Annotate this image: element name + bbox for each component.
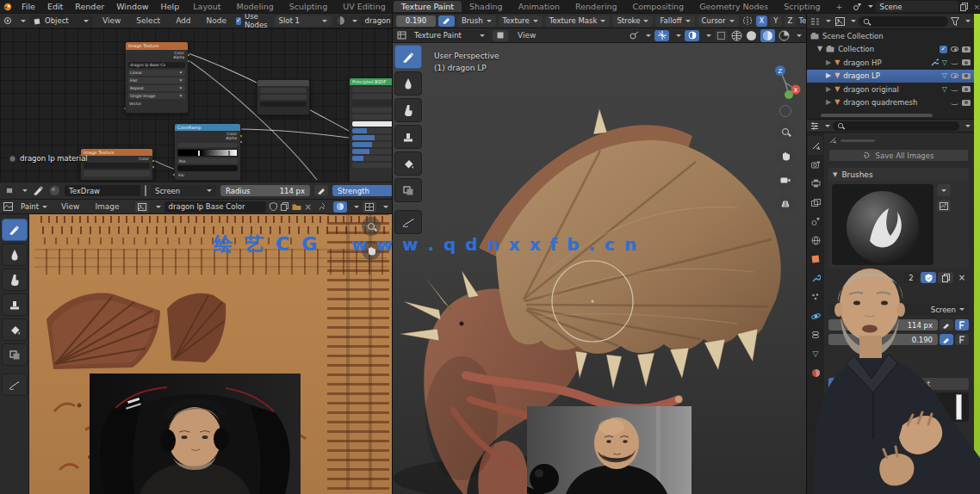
shader-node-canvas[interactable]: Image Texture Color Alpha dragon lp Base… [0, 28, 392, 182]
tab-render[interactable] [808, 155, 823, 174]
eye-closed-icon[interactable] [951, 87, 958, 91]
tab-shading[interactable]: Shading [462, 1, 511, 12]
tool-fill-button[interactable] [394, 151, 422, 176]
camera-visibility-icon[interactable] [962, 73, 971, 79]
pressure-toggle-icon[interactable] [955, 334, 969, 345]
tab-output[interactable] [808, 174, 823, 193]
unlink-icon[interactable]: × [305, 202, 312, 212]
symmetry-z-button[interactable]: Z [785, 15, 797, 27]
camera-visibility-icon[interactable] [962, 100, 971, 106]
tab-material[interactable] [808, 363, 823, 382]
outliner-hscrollbar[interactable] [821, 114, 933, 117]
zoom-gizmo[interactable] [362, 217, 381, 236]
tool-soften-button[interactable] [2, 244, 28, 266]
shading-solid-icon[interactable] [746, 30, 757, 41]
filter-funnel-icon[interactable] [951, 17, 959, 26]
shader-menu-select[interactable]: Select [130, 16, 166, 25]
eye-icon[interactable] [951, 46, 958, 52]
menu-render[interactable]: Render [69, 2, 110, 11]
tool-clone-button[interactable] [394, 125, 422, 149]
eye-closed-icon[interactable] [951, 60, 958, 65]
xray-icon[interactable] [715, 30, 728, 41]
brush-preview[interactable] [832, 184, 933, 265]
brush-strength-slider[interactable]: 0.190 [828, 334, 938, 345]
pin-icon[interactable] [319, 202, 326, 211]
radius-slider[interactable]: Radius114 px [220, 185, 310, 196]
color-mode-button[interactable] [828, 378, 858, 390]
node-interpolation[interactable]: Linear [128, 70, 185, 76]
tool-smear-button[interactable] [2, 269, 28, 291]
node-source[interactable]: Single Image [128, 93, 185, 99]
node-image-name[interactable]: dragon lp Base Co [128, 62, 185, 68]
tab-animation[interactable]: Animation [511, 1, 568, 12]
brush-preview-sphere-icon[interactable] [49, 185, 60, 196]
symmetry-y-button[interactable]: Y [770, 15, 781, 27]
falloff-panel-dropdown[interactable]: Falloff [655, 15, 694, 27]
cursor-panel-dropdown[interactable]: Cursor [698, 15, 739, 27]
shader-menu-view[interactable]: View [96, 16, 127, 25]
outliner-row-dragon-original[interactable]: ▶ ▼ dragon original ▽ [807, 83, 974, 96]
display-channels-icon[interactable] [363, 201, 376, 213]
tool-draw-button[interactable] [394, 45, 422, 69]
tool-smear-button[interactable] [394, 98, 422, 122]
tab-rendering[interactable]: Rendering [568, 1, 625, 12]
tool-soften-button[interactable] [394, 71, 422, 96]
scene-icon[interactable] [851, 3, 865, 10]
brush-toggle-icon[interactable] [438, 15, 455, 27]
menu-file[interactable]: File [16, 2, 41, 11]
editor-type-icon[interactable] [3, 202, 13, 211]
collection-checkbox[interactable]: ✓ [940, 46, 947, 53]
brush-panel-dropdown[interactable]: Brush [457, 15, 496, 27]
eye-closed-icon[interactable] [951, 101, 958, 105]
active-tool-icon[interactable] [629, 31, 639, 40]
brush-blend-dropdown[interactable]: Screen [828, 304, 969, 315]
outliner-row-dragon-lp[interactable]: ▶ ▼ dragon LP ▽ [807, 70, 974, 83]
colorramp-gradient[interactable] [177, 149, 238, 157]
brush-icon[interactable] [32, 185, 45, 196]
image-menu-image[interactable]: Image [89, 202, 125, 211]
shading-material-icon[interactable] [760, 29, 775, 42]
material-name-field[interactable]: dragon lp material [361, 15, 392, 27]
brush-name-field[interactable]: TexDraw [65, 185, 140, 196]
editor-type-icon[interactable] [3, 16, 14, 25]
pressure-toggle-icon[interactable] [314, 185, 328, 196]
outliner-row-dragon-hp[interactable]: ▶ ▼ dragon HP ▽ [807, 56, 974, 70]
zoom-gizmo[interactable] [776, 122, 795, 141]
tab-modifiers[interactable] [808, 269, 823, 287]
orbit-gizmo[interactable] [779, 105, 791, 117]
tab-object[interactable] [808, 250, 823, 269]
tool-annotate-button[interactable] [2, 374, 28, 396]
shading-wireframe-icon[interactable] [731, 30, 742, 41]
fake-user-shield-icon[interactable] [921, 272, 936, 283]
pressure-toggle-icon[interactable] [955, 319, 969, 330]
camera-view-gizmo[interactable] [776, 170, 795, 189]
viewport-menu-view[interactable]: View [512, 31, 542, 40]
node-small[interactable] [257, 79, 310, 115]
outliner-display-mode-icon[interactable] [810, 17, 820, 26]
node-extension[interactable]: Repeat [128, 85, 185, 91]
tool-clone-button[interactable] [2, 293, 28, 316]
outliner-filter-icon[interactable] [835, 17, 845, 26]
shader-menu-node[interactable]: Node [201, 16, 233, 25]
tool-annotate-button[interactable] [394, 210, 422, 234]
brushes-panel-header[interactable]: ▼ Brushes [828, 168, 969, 181]
brush-radius-slider[interactable]: 114 px [828, 319, 938, 330]
tab-view-layer[interactable] [808, 193, 823, 212]
perspective-toggle-gizmo[interactable] [776, 195, 795, 213]
strength-value-field[interactable]: 0.190 [396, 15, 436, 27]
pressure-brush-icon[interactable] [940, 319, 953, 330]
editor-type-icon[interactable] [4, 186, 15, 195]
object-mode-dropdown[interactable]: Object [29, 15, 93, 27]
blend-mode-dropdown[interactable]: Screen [151, 185, 216, 196]
slot-dropdown[interactable]: Slot 1 [275, 15, 332, 27]
camera-visibility-icon[interactable] [962, 59, 971, 65]
blender-logo-icon[interactable] [0, 3, 16, 11]
tab-physics[interactable] [808, 306, 823, 325]
camera-visibility-icon[interactable] [962, 46, 971, 52]
cube-icon[interactable] [493, 30, 508, 41]
menu-edit[interactable]: Edit [41, 2, 69, 11]
mode-dropdown[interactable]: Texture Paint [410, 30, 489, 41]
properties-editor-icon[interactable] [810, 122, 819, 130]
properties-search-field[interactable] [833, 121, 959, 131]
tab-data[interactable]: ▽ [808, 344, 823, 363]
